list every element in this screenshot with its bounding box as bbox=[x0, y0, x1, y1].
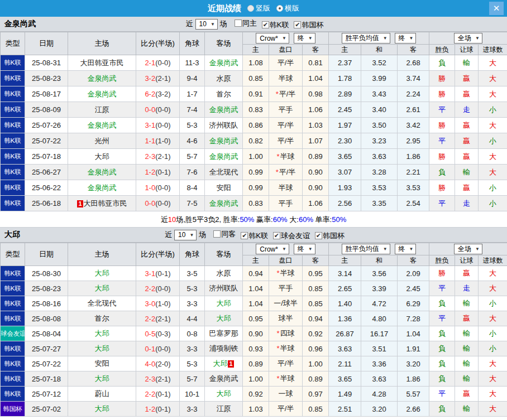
away-odds-cell: 0.85 bbox=[303, 281, 329, 296]
checkbox-checked-icon[interactable]: ✔ bbox=[315, 232, 322, 239]
score-cell: 1-0(0-0) bbox=[136, 180, 180, 196]
home-team-cell: 金泉尚武 bbox=[68, 180, 136, 196]
home-team-cell: 大邱 bbox=[68, 149, 136, 165]
avg-source-value: 胜平负均值 bbox=[346, 33, 379, 43]
date-cell: 25-08-31 bbox=[25, 55, 68, 71]
avg-home-cell: 3.65 bbox=[329, 149, 361, 165]
team-label: 大田韩亚市民 bbox=[80, 59, 124, 67]
away-odds-cell: 0.89 bbox=[303, 371, 329, 387]
close-icon[interactable]: ✕ bbox=[489, 2, 504, 15]
chevron-down-icon: ▼ bbox=[308, 247, 313, 252]
league-cell: 韩K联 bbox=[1, 196, 25, 211]
date-cell: 25-07-27 bbox=[25, 341, 68, 356]
chevron-down-icon: ▼ bbox=[383, 36, 388, 41]
odds-source-select[interactable]: Crow*▼ bbox=[256, 244, 289, 254]
score-cell: 6-2(3-2) bbox=[136, 86, 180, 102]
score-cell: 2-2(2-1) bbox=[136, 311, 180, 326]
dialog-titlebar: 近期战绩 竖版 横版 ✕ bbox=[0, 0, 507, 17]
col-corner: 角球 bbox=[180, 243, 205, 266]
filter-checkbox[interactable]: ✔球会友谊 bbox=[273, 231, 310, 241]
games-suffix-label: 场 bbox=[199, 230, 206, 240]
checkbox-unchecked-icon[interactable] bbox=[235, 20, 242, 27]
scope-select[interactable]: 全场▼ bbox=[454, 244, 482, 254]
avg-draw-cell: 3.63 bbox=[361, 149, 398, 165]
league-cell: 韩K联 bbox=[1, 71, 25, 86]
team-label: 蔚山 bbox=[95, 389, 109, 398]
handicap-result-cell: 贏 bbox=[455, 118, 479, 133]
league-cell: 韩K联 bbox=[1, 86, 25, 102]
score-cell: 3-1(0-0) bbox=[136, 118, 180, 133]
odds-final-select[interactable]: 终▼ bbox=[294, 33, 315, 44]
checkbox-label: 韩国杯 bbox=[323, 231, 345, 241]
checkbox-checked-icon[interactable]: ✔ bbox=[241, 232, 248, 239]
league-cell: 韩K联 bbox=[1, 55, 25, 71]
avg-final-select[interactable]: 终▼ bbox=[395, 244, 417, 254]
team-label: 全北现代 bbox=[209, 168, 238, 176]
chevron-down-icon: ▼ bbox=[409, 247, 414, 252]
avg-source-select[interactable]: 胜平负均值▼ bbox=[342, 244, 390, 254]
games-suffix-label: 场 bbox=[220, 19, 227, 29]
home-odds-cell: 0.99 bbox=[243, 180, 269, 196]
checkbox-checked-icon[interactable]: ✔ bbox=[273, 232, 280, 239]
col-corner: 角球 bbox=[180, 32, 205, 55]
date-cell: 25-08-23 bbox=[25, 281, 68, 296]
col-home: 主场 bbox=[68, 243, 136, 266]
checkbox-checked-icon[interactable]: ✔ bbox=[294, 21, 301, 28]
home-odds-cell: 1.04 bbox=[243, 296, 269, 311]
red-card-badge: 1 bbox=[77, 200, 83, 207]
wdl-result-cell: 勝 bbox=[429, 149, 455, 165]
odds-source-select[interactable]: Crow*▼ bbox=[256, 33, 289, 44]
score-cell: 3-1(0-1) bbox=[136, 266, 180, 281]
avg-away-cell: 2.68 bbox=[398, 55, 429, 71]
league-cell: 韩K联 bbox=[1, 165, 25, 180]
avg-source-select[interactable]: 胜平负均值▼ bbox=[342, 33, 390, 44]
away-odds-cell: 1.07 bbox=[303, 133, 329, 149]
col-score: 比分(半场) bbox=[136, 32, 180, 55]
home-team-cell: 安阳 bbox=[68, 356, 136, 371]
avg-final-select[interactable]: 终▼ bbox=[395, 33, 417, 44]
filter-checkbox[interactable]: 同客 bbox=[213, 229, 236, 239]
home-odds-cell: 0.83 bbox=[243, 196, 269, 211]
score-cell: 3-0(1-0) bbox=[136, 296, 180, 311]
games-count-select[interactable]: 10 ▼ bbox=[195, 19, 218, 30]
layout-radio-horizontal[interactable]: 横版 bbox=[276, 3, 299, 13]
filter-checkbox[interactable]: ✔韩K联 bbox=[241, 231, 268, 241]
col-wdl: 胜负 bbox=[429, 255, 455, 266]
odds-final-select[interactable]: 终▼ bbox=[294, 244, 315, 254]
checkbox-checked-icon[interactable]: ✔ bbox=[262, 21, 269, 28]
home-odds-cell: 0.92 bbox=[243, 387, 269, 402]
away-team-cell: 金泉尚武 bbox=[205, 371, 243, 387]
checkbox-unchecked-icon[interactable] bbox=[213, 230, 221, 238]
away-team-cell: 江原 bbox=[205, 402, 243, 417]
away-odds-cell: 0.85 bbox=[303, 296, 329, 311]
checkbox-label: 同主 bbox=[242, 18, 257, 28]
match-row: 韩K联25-08-23金泉尚武3-2(2-1)9-4水原0.85半球1.041.… bbox=[1, 71, 507, 86]
avg-draw-cell: 3.50 bbox=[361, 118, 398, 133]
home-odds-cell: 0.89 bbox=[243, 356, 269, 371]
odds-source-value: Crow* bbox=[260, 245, 278, 253]
col-away-odds: 客 bbox=[303, 255, 329, 266]
filter-checkbox[interactable]: ✔韩国杯 bbox=[315, 231, 345, 241]
scope-value: 全场 bbox=[458, 33, 471, 43]
filter-checkbox[interactable]: ✔韩K联 bbox=[262, 20, 289, 30]
corner-cell: 5-3 bbox=[180, 118, 205, 133]
scope-select[interactable]: 全场▼ bbox=[454, 33, 482, 44]
avg-home-cell: 2.89 bbox=[329, 86, 361, 102]
filter-checkbox[interactable]: 同主 bbox=[235, 18, 257, 28]
home-odds-cell: 0.85 bbox=[243, 71, 269, 86]
score-cell: 0-0(0-0) bbox=[136, 196, 180, 211]
league-cell: 韩K联 bbox=[1, 180, 25, 196]
league-cell: 韩K联 bbox=[1, 281, 25, 296]
match-row: 韩K联25-08-31大田韩亚市民2-1(0-0)11-3金泉尚武1.08平/半… bbox=[1, 55, 507, 71]
home-odds-cell: 1.00 bbox=[243, 371, 269, 387]
league-cell: 韩K联 bbox=[1, 118, 25, 133]
games-count-select[interactable]: 10 ▼ bbox=[174, 230, 197, 240]
filter-checkbox[interactable]: ✔韩国杯 bbox=[294, 20, 323, 30]
corner-cell: 7-5 bbox=[180, 196, 205, 211]
radio-icon[interactable] bbox=[247, 5, 254, 12]
layout-radio-vertical[interactable]: 竖版 bbox=[247, 3, 270, 13]
summary-segment: 10 bbox=[168, 215, 176, 224]
radio-icon[interactable] bbox=[276, 5, 283, 12]
home-team-cell: 大邱 bbox=[68, 341, 136, 356]
handicap-cell: *平/半 bbox=[269, 165, 303, 180]
